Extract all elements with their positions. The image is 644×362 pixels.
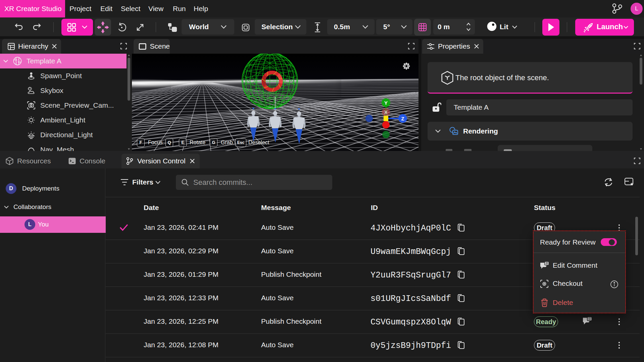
svg-text:X: X xyxy=(384,109,388,115)
svg-text:Y: Y xyxy=(384,100,388,106)
svg-text:Z: Z xyxy=(401,116,404,121)
